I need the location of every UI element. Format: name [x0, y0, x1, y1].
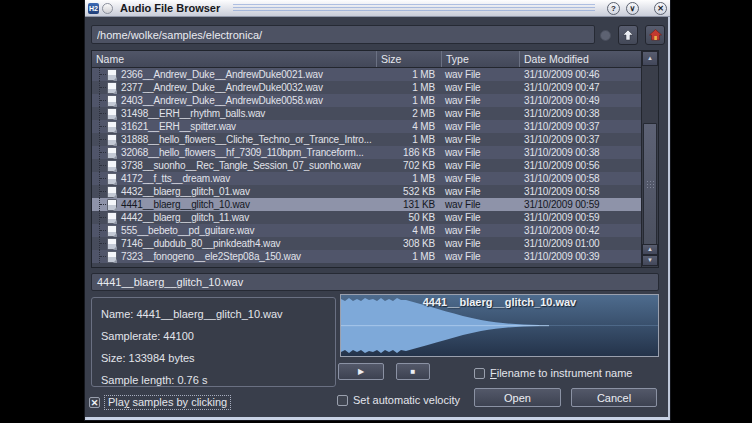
vertical-scrollbar[interactable]: ▲ ▲ ▼ — [641, 51, 658, 267]
file-icon — [107, 147, 117, 159]
up-directory-button[interactable] — [618, 25, 638, 45]
scroll-up-button[interactable]: ▲ — [642, 51, 658, 66]
cell-date: 31/10/2009 00:46 — [519, 68, 642, 81]
scroll-down-button[interactable]: ▼ — [642, 255, 658, 266]
status-led — [600, 30, 611, 41]
file-icon — [107, 134, 117, 146]
table-row[interactable]: 4432__blaerg__glitch_01.wav532 KBwav Fil… — [92, 185, 642, 198]
cell-type: wav File — [441, 133, 519, 146]
cell-date: 31/10/2009 00:47 — [519, 81, 642, 94]
close-button[interactable]: ✕ — [654, 2, 667, 15]
scroll-up-button-bottom[interactable]: ▲ — [642, 244, 658, 255]
cell-type: wav File — [441, 224, 519, 237]
cell-date: 31/10/2009 00:42 — [519, 224, 642, 237]
table-row[interactable]: 32068__hello_flowers__hf_7309_110bpm_Tra… — [92, 146, 642, 159]
cell-date: 31/10/2009 00:49 — [519, 94, 642, 107]
column-header-type[interactable]: Type — [441, 51, 519, 67]
table-row[interactable]: 4441__blaerg__glitch_10.wav131 KBwav Fil… — [92, 198, 642, 211]
cell-date: 31/10/2009 00:58 — [519, 185, 642, 198]
cell-name[interactable]: 7323__fonogeno__ele2Step08a_150.wav — [92, 250, 376, 263]
selected-filename-field[interactable]: 4441__blaerg__glitch_10.wav — [91, 273, 659, 291]
cell-name[interactable]: 4432__blaerg__glitch_01.wav — [92, 185, 376, 198]
cell-date: 31/10/2009 00:59 — [519, 211, 642, 224]
cell-date: 31/10/2009 00:59 — [519, 198, 642, 211]
cell-name[interactable]: 2366__Andrew_Duke__AndrewDuke0021.wav — [92, 68, 376, 81]
tree-branch-icon — [92, 133, 107, 146]
cell-name[interactable]: 31888__hello_flowers__Cliche_Techno_or_T… — [92, 133, 376, 146]
file-icon — [107, 108, 117, 120]
stop-button[interactable]: ■ — [396, 363, 430, 380]
table-row[interactable]: 2366__Andrew_Duke__AndrewDuke0021.wav1 M… — [92, 68, 642, 81]
cell-size: 186 KB — [376, 146, 441, 159]
cell-name[interactable]: 4441__blaerg__glitch_10.wav — [92, 198, 376, 211]
cell-date: 31/10/2009 00:39 — [519, 250, 642, 263]
file-icon — [107, 186, 117, 198]
table-row[interactable]: 7323__fonogeno__ele2Step08a_150.wav1 MBw… — [92, 250, 642, 263]
tree-branch-icon — [92, 94, 107, 107]
table-row[interactable]: 3738__suonho__Rec_Tangle_Session_07_suon… — [92, 159, 642, 172]
table-row[interactable]: 4442__blaerg__glitch_11.wav50 KBwav File… — [92, 211, 642, 224]
column-header-date[interactable]: Date Modified — [519, 51, 642, 67]
file-icon — [107, 225, 117, 237]
table-row[interactable]: 31888__hello_flowers__Cliche_Techno_or_T… — [92, 133, 642, 146]
open-button[interactable]: Open — [474, 388, 561, 407]
play-button[interactable]: ▶ — [338, 363, 384, 380]
waveform-preview: 4441__blaerg__glitch_10.wav — [340, 294, 659, 357]
cell-type: wav File — [441, 146, 519, 159]
scrollbar-thumb[interactable] — [643, 123, 657, 245]
window-menu-button[interactable] — [102, 3, 113, 14]
cell-date: 31/10/2009 00:37 — [519, 120, 642, 133]
cell-name[interactable]: 2403__Andrew_Duke__AndrewDuke0058.wav — [92, 94, 376, 107]
cell-date: 31/10/2009 01:00 — [519, 237, 642, 250]
table-row[interactable]: 7146__dubdub_80__pinkdeath4.wav308 KBwav… — [92, 237, 642, 250]
sample-info-panel: Name: 4441__blaerg__glitch_10.wav Sample… — [91, 297, 336, 387]
table-row[interactable]: 31498__ERH__rhythm_balls.wav2 MBwav File… — [92, 107, 642, 120]
file-icon — [107, 173, 117, 185]
checkbox-label: Set automatic velocity — [353, 394, 460, 406]
set-automatic-velocity-checkbox[interactable]: Set automatic velocity — [337, 394, 460, 406]
shade-button[interactable]: ∨ — [626, 2, 639, 15]
cancel-button[interactable]: Cancel — [571, 388, 657, 407]
cell-date: 31/10/2009 00:56 — [519, 159, 642, 172]
play-samples-by-clicking-checkbox[interactable]: ✕ Play samples by clicking — [89, 396, 230, 409]
table-row[interactable]: 2377__Andrew_Duke__AndrewDuke0032.wav1 M… — [92, 81, 642, 94]
file-table: Name Size Type Date Modified 2366__Andre… — [91, 50, 659, 268]
file-icon — [107, 251, 117, 263]
cell-date: 31/10/2009 00:58 — [519, 172, 642, 185]
cell-name[interactable]: 4442__blaerg__glitch_11.wav — [92, 211, 376, 224]
cell-type: wav File — [441, 172, 519, 185]
table-row[interactable]: 31621__ERH__spitter.wav4 MBwav File31/10… — [92, 120, 642, 133]
cell-name[interactable]: 32068__hello_flowers__hf_7309_110bpm_Tra… — [92, 146, 376, 159]
cell-name[interactable]: 31621__ERH__spitter.wav — [92, 120, 376, 133]
home-directory-button[interactable] — [645, 25, 665, 45]
file-icon — [107, 69, 117, 81]
tree-branch-icon — [92, 211, 107, 224]
checkbox-box[interactable] — [337, 395, 348, 406]
filename-to-instrument-checkbox[interactable]: Filename to instrument name — [474, 367, 632, 379]
scrollbar-grip-icon — [646, 180, 655, 189]
cell-name[interactable]: 31498__ERH__rhythm_balls.wav — [92, 107, 376, 120]
checkbox-label: Filename to instrument name — [490, 367, 632, 379]
cell-type: wav File — [441, 211, 519, 224]
column-header-size[interactable]: Size — [376, 51, 441, 67]
cell-date: 31/10/2009 00:38 — [519, 107, 642, 120]
path-input[interactable] — [91, 25, 595, 44]
help-button[interactable]: ? — [607, 2, 620, 15]
column-header-name[interactable]: Name — [92, 51, 376, 67]
table-row[interactable]: 555__bebeto__pd_guitare.wav4 MBwav File3… — [92, 224, 642, 237]
cell-name[interactable]: 555__bebeto__pd_guitare.wav — [92, 224, 376, 237]
table-row[interactable]: 4172__f_tts__dream.wav1 MBwav File31/10/… — [92, 172, 642, 185]
cell-size: 532 KB — [376, 185, 441, 198]
checkbox-box[interactable]: ✕ — [89, 397, 100, 408]
titlebar[interactable]: H2 Audio File Browser ? ∨ ✕ — [85, 0, 670, 17]
cell-size: 50 KB — [376, 211, 441, 224]
cell-name[interactable]: 2377__Andrew_Duke__AndrewDuke0032.wav — [92, 81, 376, 94]
cell-date: 31/10/2009 00:37 — [519, 133, 642, 146]
cell-size: 4 MB — [376, 224, 441, 237]
checkbox-box[interactable] — [474, 368, 485, 379]
cell-name[interactable]: 3738__suonho__Rec_Tangle_Session_07_suon… — [92, 159, 376, 172]
table-row[interactable]: 2403__Andrew_Duke__AndrewDuke0058.wav1 M… — [92, 94, 642, 107]
cell-name[interactable]: 7146__dubdub_80__pinkdeath4.wav — [92, 237, 376, 250]
cell-type: wav File — [441, 94, 519, 107]
cell-name[interactable]: 4172__f_tts__dream.wav — [92, 172, 376, 185]
